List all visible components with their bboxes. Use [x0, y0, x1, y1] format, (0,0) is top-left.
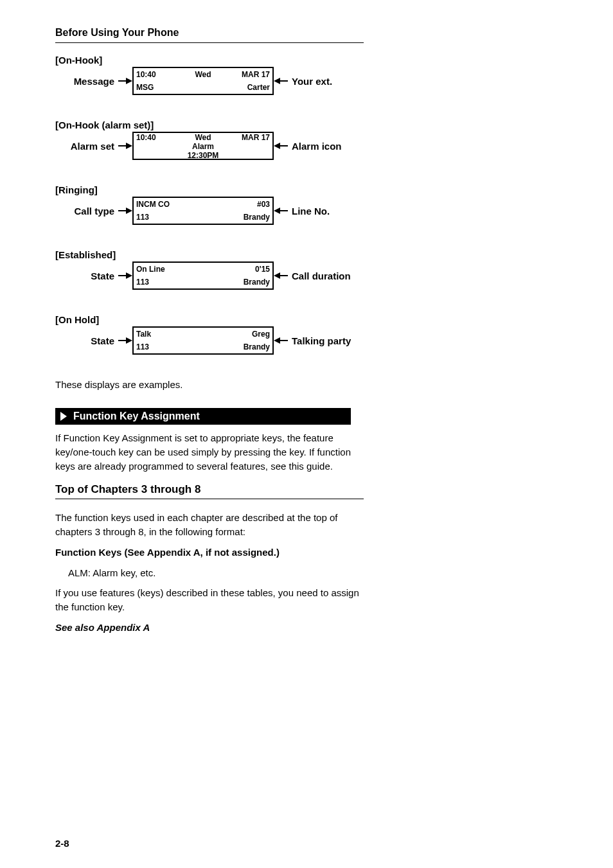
- lcd-display: 10:40WedMAR 17Alarm 12:30PM: [132, 132, 274, 160]
- lcd-caption: [Established]: [55, 249, 558, 260]
- arrow-right-icon: [126, 272, 132, 279]
- fa-line: Function Keys (See Appendix A, if not as…: [55, 545, 364, 560]
- annotation-left: State: [91, 335, 114, 346]
- arrow-right-icon: [126, 78, 132, 84]
- annotation-left: State: [91, 270, 114, 281]
- lcd-display: On Line0'15113Brandy: [132, 261, 274, 290]
- rule2: [55, 499, 364, 499]
- lcd-caption: [On-Hook]: [55, 55, 558, 66]
- annotation-right: Talking party: [292, 335, 351, 346]
- header-chapter: Before Using Your Phone: [55, 27, 558, 39]
- lcd-display: INCM CO#03113Brandy: [132, 197, 274, 225]
- top-of-chapters-title: Top of Chapters 3 through 8: [55, 483, 364, 496]
- arrow-right-icon: [126, 208, 132, 214]
- page-number: 2-8: [55, 838, 69, 849]
- lcd-display: 10:40WedMAR 17MSGCarter: [132, 67, 274, 95]
- arrow-left-icon: [274, 272, 280, 279]
- feature-bar: Function Key Assignment: [55, 408, 351, 425]
- arrow-left-icon: [274, 208, 280, 214]
- lcd-caption: [On Hold]: [55, 314, 558, 325]
- mid-text: If you use features (keys) described in …: [55, 586, 364, 614]
- lcd-caption: [Ringing]: [55, 184, 558, 195]
- annotation-left: Alarm set: [71, 141, 114, 152]
- triangle-icon: [60, 412, 67, 421]
- annotation-right: Alarm icon: [292, 141, 342, 152]
- lcd-display: TalkGreg113Brandy: [132, 326, 274, 355]
- arrow-left-icon: [274, 143, 280, 149]
- arrow-left-icon: [274, 78, 280, 84]
- appendix-ref: See also Appendix A: [55, 622, 150, 633]
- annotation-right: Line No.: [292, 206, 330, 217]
- lcd-caption: [On-Hook (alarm set)]: [55, 120, 558, 130]
- annotation-left: Call type: [74, 206, 114, 217]
- annotation-left: Message: [74, 76, 114, 87]
- arrow-right-icon: [126, 337, 132, 344]
- rule: [55, 42, 364, 43]
- arrow-right-icon: [126, 143, 132, 149]
- annotation-right: Call duration: [292, 270, 351, 281]
- examples-note: These displays are examples.: [55, 379, 558, 390]
- feature-intro: If Function Key Assignment is set to app…: [55, 431, 364, 473]
- annotation-right: Your ext.: [292, 76, 332, 87]
- arrow-left-icon: [274, 337, 280, 344]
- feature-title: Function Key Assignment: [73, 411, 200, 422]
- fa-item: ALM: Alarm key, etc.: [68, 566, 364, 580]
- top-of-chapters-text: The function keys used in each chapter a…: [55, 511, 364, 539]
